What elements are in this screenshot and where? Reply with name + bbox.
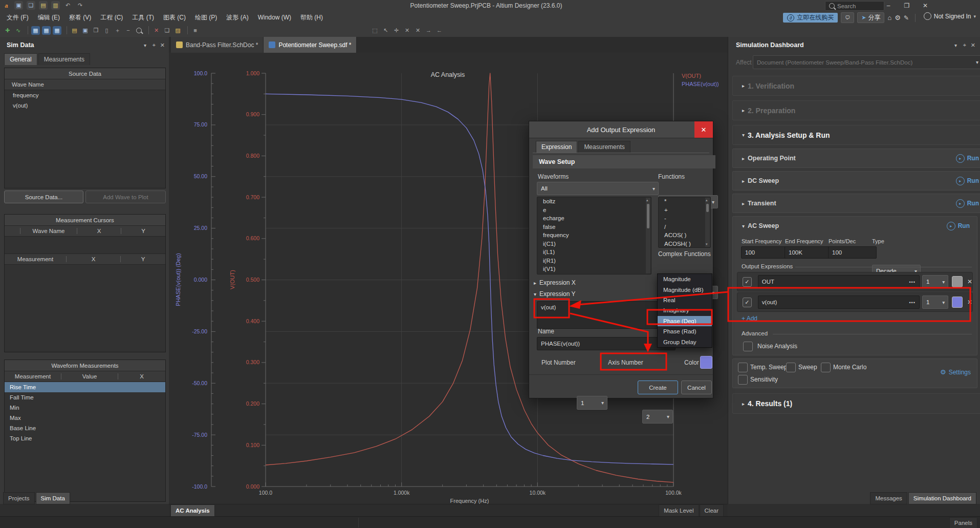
- expression-x-section[interactable]: Expression X: [534, 279, 576, 286]
- wave-row[interactable]: frequency: [5, 90, 165, 100]
- paste-icon[interactable]: ▨: [173, 26, 182, 35]
- waveform-item[interactable]: i(V1): [537, 265, 651, 273]
- menu-option[interactable]: Magnitude (dB): [658, 284, 712, 294]
- save-icon[interactable]: ▣: [14, 1, 23, 10]
- open-icon[interactable]: ▤: [39, 1, 48, 10]
- scroll-up-icon[interactable]: ▴: [646, 198, 648, 202]
- menu-item[interactable]: 编辑 (E): [33, 11, 64, 24]
- waveform-item[interactable]: i(L1): [537, 248, 651, 257]
- remove-expression-icon[interactable]: ✕: [967, 299, 972, 306]
- altium-logo-icon[interactable]: a: [2, 1, 11, 10]
- panel-menu-icon[interactable]: ▾: [954, 43, 957, 48]
- cancel-button[interactable]: Cancel: [681, 381, 712, 394]
- monte-carlo-checkbox[interactable]: [821, 363, 831, 372]
- measurement-row[interactable]: Min: [5, 403, 165, 413]
- axis-number-dropdown[interactable]: 2: [642, 410, 673, 424]
- stop-icon[interactable]: ■: [191, 26, 200, 35]
- settings-gear-icon[interactable]: ⚙: [895, 14, 901, 22]
- tab-sdf[interactable]: Potentiometer Sweep.sdf *: [264, 37, 357, 53]
- add-expression-link[interactable]: + Add: [742, 315, 757, 322]
- panel-close-icon[interactable]: ✕: [160, 42, 165, 49]
- remove-expression-icon[interactable]: ✕: [967, 278, 972, 285]
- tab-simulation-dashboard[interactable]: Simulation Dashboard: [908, 492, 976, 504]
- plot-number-dropdown[interactable]: 1: [922, 295, 948, 309]
- function-item[interactable]: +: [659, 206, 710, 215]
- expression-y-section[interactable]: Expression Y: [534, 290, 576, 298]
- plot-number-dropdown[interactable]: 1: [577, 396, 607, 410]
- function-item[interactable]: /: [659, 223, 710, 231]
- save-all-icon[interactable]: ❏: [27, 1, 35, 10]
- affect-dropdown[interactable]: Document (Potentiometer Sweep/Band-Pass …: [753, 55, 980, 69]
- menu-option[interactable]: Real: [658, 295, 712, 305]
- function-item[interactable]: *: [659, 197, 710, 206]
- tab-messages[interactable]: Messages: [870, 492, 907, 504]
- menu-option[interactable]: Phase (Deg): [658, 316, 712, 326]
- measurement-row[interactable]: Top Line: [5, 433, 165, 443]
- measurement-row[interactable]: Base Line: [5, 423, 165, 433]
- waveform-item[interactable]: echarge: [537, 214, 651, 223]
- section-preparation[interactable]: 2. Preparation: [732, 100, 980, 120]
- menu-item[interactable]: 绘图 (P): [190, 11, 222, 24]
- home-icon[interactable]: ⌂: [887, 14, 891, 22]
- expression-field[interactable]: v(out): [758, 295, 920, 309]
- delete-wave-icon[interactable]: ✕: [403, 26, 411, 35]
- minimize-button[interactable]: –: [879, 0, 898, 11]
- save-doc-icon[interactable]: ▣: [81, 26, 90, 35]
- source-data-button[interactable]: Source Data...: [4, 191, 83, 203]
- probe-icon[interactable]: ✚: [3, 26, 12, 35]
- pan-left-icon[interactable]: ←: [435, 26, 444, 35]
- waveforms-scrollbar[interactable]: ▴: [646, 198, 650, 273]
- dialog-close-button[interactable]: ✕: [694, 121, 713, 138]
- waveform-item[interactable]: i(R1): [537, 257, 651, 265]
- function-item[interactable]: -: [659, 214, 710, 223]
- tab-ac-analysis[interactable]: AC Analysis: [170, 504, 215, 517]
- buy-online-button[interactable]: ∂ 立即在线购买: [783, 13, 838, 23]
- section-verification[interactable]: 1. Verification: [732, 76, 980, 96]
- panel-close-icon[interactable]: ✕: [971, 42, 975, 49]
- functions-scrollbar[interactable]: ▴ ▾: [705, 198, 710, 247]
- run-ac-sweep[interactable]: ▸Run: [947, 222, 970, 230]
- measurement-row[interactable]: Fall Time: [5, 392, 165, 403]
- panel-menu-icon[interactable]: ▾: [144, 43, 146, 48]
- plot-number-dropdown[interactable]: 1: [922, 275, 948, 288]
- scroll-down-icon[interactable]: ▾: [706, 242, 708, 246]
- menu-option[interactable]: Magnitude: [658, 274, 712, 284]
- menu-item[interactable]: 帮助 (H): [296, 11, 328, 24]
- search-box[interactable]: Search: [825, 1, 884, 11]
- expression-checkbox[interactable]: [743, 298, 752, 307]
- expression-field[interactable]: OUT: [758, 275, 920, 288]
- wave-row[interactable]: v(out): [5, 100, 165, 111]
- expression-color-swatch[interactable]: [700, 356, 712, 369]
- open-project-icon[interactable]: ▥: [51, 1, 60, 10]
- scroll-up-icon[interactable]: ▴: [706, 198, 708, 202]
- waveforms-filter-dropdown[interactable]: All: [537, 182, 659, 195]
- card-operating-point[interactable]: Operating Point ▸Run: [732, 149, 980, 168]
- measurement-row[interactable]: Max: [5, 413, 165, 423]
- section-results[interactable]: 4. Results (1): [732, 393, 980, 414]
- function-item[interactable]: ACOSH( ): [659, 240, 710, 248]
- mask-level-button[interactable]: Mask Level: [659, 504, 699, 517]
- sensitivity-checkbox[interactable]: [738, 375, 748, 385]
- menu-option[interactable]: Group Delay: [658, 336, 712, 347]
- pin-icon[interactable]: ⌖: [963, 42, 966, 49]
- run-dc-sweep[interactable]: ▸Run: [956, 177, 979, 185]
- share-button[interactable]: ➤ 分享: [857, 12, 884, 23]
- close-button[interactable]: ✕: [916, 0, 934, 11]
- probe-delta-icon[interactable]: ∿: [14, 26, 23, 35]
- settings-link[interactable]: ⚙Settings: [940, 368, 971, 376]
- waveform-item[interactable]: frequency: [537, 231, 651, 240]
- pan-right-icon[interactable]: →: [424, 26, 433, 35]
- create-button[interactable]: Create: [638, 381, 678, 394]
- section-analysis[interactable]: 3. Analysis Setup & Run: [732, 125, 980, 145]
- tab-expression[interactable]: Expression: [536, 141, 577, 153]
- tab-schdoc[interactable]: Band-Pass Filter.SchDoc *: [171, 37, 264, 53]
- redo-icon[interactable]: ↷: [76, 1, 84, 10]
- menu-item[interactable]: 察看 (V): [64, 11, 96, 24]
- panels-button[interactable]: Panels: [949, 517, 977, 528]
- zoom-in-icon[interactable]: ＋: [113, 26, 122, 35]
- run-operating-point[interactable]: ▸Run: [956, 154, 979, 163]
- more-button[interactable]: [909, 279, 915, 285]
- waveform-item[interactable]: false: [537, 223, 651, 231]
- sim-chip-icon[interactable]: ▦: [31, 26, 40, 35]
- waveform-item[interactable]: e: [537, 206, 651, 215]
